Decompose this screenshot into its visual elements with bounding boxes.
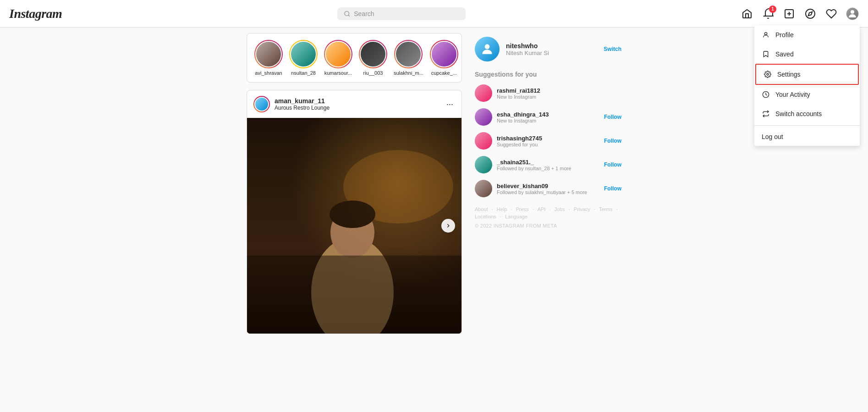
footer-link-privacy[interactable]: Privacy (574, 206, 590, 212)
sidebar-avatar-icon (480, 42, 494, 56)
story-item[interactable]: avi_shravan (254, 40, 283, 76)
notifications-icon[interactable]: 1 (762, 7, 775, 20)
svg-point-7 (851, 10, 854, 14)
footer-link-about[interactable]: About (475, 206, 488, 212)
story-avatar-4 (394, 40, 423, 68)
post-header: aman_kumar_11 Aurous Restro Lounge ··· (247, 90, 461, 118)
footer-link-terms[interactable]: Terms (599, 206, 613, 212)
story-item[interactable]: nsultan_28 (289, 40, 318, 76)
your-activity-label: Your Activity (775, 91, 810, 98)
footer-links: About · Help · Press · API · Jobs · Priv… (475, 206, 621, 219)
suggestion-reason-1: New to Instagram (497, 118, 599, 123)
post-user-info: aman_kumar_11 Aurous Restro Lounge (275, 97, 440, 111)
header: Instagram 1 (0, 0, 868, 28)
dropdown-switch-accounts[interactable]: Switch accounts (754, 104, 860, 123)
post-next-button[interactable] (441, 219, 455, 233)
suggestions-title: Suggestions for you (475, 71, 621, 78)
sidebar-username[interactable]: niteshwho (506, 42, 597, 50)
suggestion-reason-4: Followed by sulakhni_mutiyaar + 5 more (497, 189, 599, 195)
svg-rect-15 (247, 256, 461, 334)
sidebar: niteshwho Nitesh Kumar Si Switch Suggest… (475, 33, 621, 334)
suggestion-item: trishasingh2745 Suggested for you Follow (475, 132, 621, 150)
suggestion-info-0: rashmi_rai1812 New to Instagram (497, 87, 621, 100)
settings-label: Settings (777, 71, 801, 78)
suggestion-username-2[interactable]: trishasingh2745 (497, 135, 599, 142)
post-image (247, 118, 461, 334)
suggestion-item: rashmi_rai1812 New to Instagram (475, 84, 621, 102)
story-username-3: riu__003 (363, 70, 383, 76)
add-post-icon[interactable] (783, 7, 796, 20)
post-username[interactable]: aman_kumar_11 (275, 97, 440, 105)
sidebar-switch-button[interactable]: Switch (604, 46, 621, 52)
dropdown-menu: Profile Saved Settings Your Activity (754, 25, 860, 146)
search-input[interactable] (354, 10, 459, 17)
dropdown-profile[interactable]: Profile (754, 25, 860, 45)
suggestion-username-1[interactable]: esha_dhingra_143 (497, 111, 599, 118)
stories-container: avi_shravan nsultan_28 kumarsour... riu_… (247, 33, 462, 83)
footer-dot: · (492, 206, 493, 212)
post-image-placeholder (247, 118, 461, 334)
search-bar[interactable] (337, 7, 466, 20)
story-avatar-5 (430, 40, 458, 68)
activity-icon (762, 90, 770, 99)
suggestion-info-1: esha_dhingra_143 New to Instagram (497, 111, 599, 123)
footer-copyright: © 2022 INSTAGRAM FROM META (475, 223, 621, 228)
suggestion-reason-0: New to Instagram (497, 94, 621, 100)
suggestion-username-3[interactable]: _shaina251._ (497, 159, 599, 166)
story-username-5: cupcake_... (431, 70, 457, 76)
story-item[interactable]: sulakhni_m... (394, 40, 423, 76)
dropdown-saved[interactable]: Saved (754, 45, 860, 64)
post-location[interactable]: Aurous Restro Lounge (275, 105, 440, 111)
follow-button-2[interactable]: Follow (604, 138, 621, 144)
follow-button-3[interactable]: Follow (604, 161, 621, 168)
switch-icon (762, 110, 770, 118)
footer-dot: · (533, 206, 534, 212)
main-content: avi_shravan nsultan_28 kumarsour... riu_… (205, 0, 663, 334)
suggestion-username-4[interactable]: believer_kishan09 (497, 183, 599, 189)
user-avatar-nav[interactable] (846, 7, 859, 20)
svg-point-0 (344, 11, 349, 16)
suggestion-item: believer_kishan09 Followed by sulakhni_m… (475, 180, 621, 197)
search-icon (344, 10, 351, 17)
story-username-0: avi_shravan (255, 70, 282, 76)
svg-marker-6 (808, 11, 812, 15)
follow-button-1[interactable]: Follow (604, 114, 621, 120)
sidebar-fullname: Nitesh Kumar Si (506, 50, 597, 56)
profile-label: Profile (775, 31, 794, 39)
suggestion-reason-2: Suggested for you (497, 142, 599, 147)
explore-icon[interactable] (804, 7, 817, 20)
footer-dot: · (549, 206, 550, 212)
footer-dot: · (511, 206, 512, 212)
footer-dot: · (500, 214, 501, 219)
footer-link-api[interactable]: API (538, 206, 546, 212)
footer-link-language[interactable]: Language (505, 214, 527, 219)
story-username-4: sulakhni_m... (394, 70, 423, 76)
footer-link-press[interactable]: Press (516, 206, 529, 212)
footer-link-help[interactable]: Help (497, 206, 507, 212)
dropdown-your-activity[interactable]: Your Activity (754, 85, 860, 104)
dropdown-logout[interactable]: Log out (754, 128, 860, 146)
post-more-options[interactable]: ··· (445, 98, 455, 111)
suggestion-info-4: believer_kishan09 Followed by sulakhni_m… (497, 183, 599, 195)
story-item[interactable]: cupcake_... (430, 40, 458, 76)
dropdown-settings[interactable]: Settings (755, 64, 859, 85)
sidebar-footer: About · Help · Press · API · Jobs · Priv… (475, 206, 621, 228)
story-username-2: kumarsour... (324, 70, 352, 76)
header-nav: 1 (741, 7, 859, 20)
story-item[interactable]: riu__003 (359, 40, 387, 76)
footer-link-jobs[interactable]: Jobs (554, 206, 565, 212)
instagram-logo: Instagram (9, 6, 62, 21)
footer-link-locations[interactable]: Locations (475, 214, 496, 219)
footer-dot: · (594, 206, 595, 212)
suggestion-username-0[interactable]: rashmi_rai1812 (497, 87, 621, 94)
home-icon[interactable] (741, 7, 753, 20)
settings-icon (764, 70, 772, 78)
svg-point-9 (767, 73, 769, 75)
suggestion-info-2: trishasingh2745 Suggested for you (497, 135, 599, 147)
story-item[interactable]: kumarsour... (324, 40, 352, 76)
follow-button-4[interactable]: Follow (604, 185, 621, 192)
suggestion-avatar-4 (475, 180, 492, 197)
heart-icon[interactable] (825, 7, 838, 20)
story-username-1: nsultan_28 (291, 70, 316, 76)
svg-point-14 (330, 200, 375, 228)
